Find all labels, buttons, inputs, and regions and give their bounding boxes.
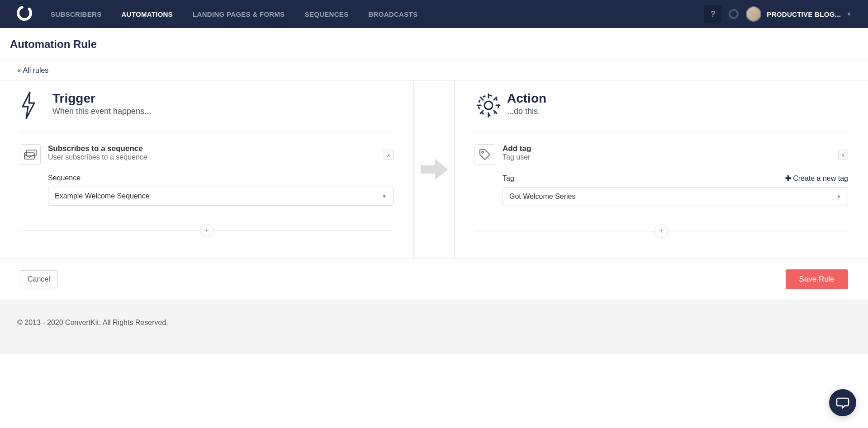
trigger-card-subtitle: User subscribes to a sequence <box>48 153 147 161</box>
plus-icon: ✚ <box>785 174 791 183</box>
nav-subscribers[interactable]: SUBSCRIBERS <box>51 1 101 28</box>
page-footer: © 2013 - 2020 ConvertKit. All Rights Res… <box>0 301 868 354</box>
action-header: Action ...do this. <box>474 91 848 132</box>
sequence-select-value: Example Welcome Sequence <box>55 192 150 200</box>
trigger-subtitle: When this event happens... <box>52 107 151 116</box>
tag-select-value: Got Welcome Series <box>509 193 575 201</box>
breadcrumb-all-rules[interactable]: « All rules <box>17 66 48 74</box>
create-tag-link[interactable]: ✚ Create a new tag <box>785 174 848 183</box>
help-button[interactable]: ? <box>704 5 721 23</box>
action-panel: Action ...do this. Add tag Tag user x <box>455 80 868 258</box>
trigger-card: Subscribes to a sequence User subscribes… <box>20 144 394 206</box>
form-action-bar: Cancel Save Rule <box>0 259 868 301</box>
lightning-icon <box>20 91 42 121</box>
svg-point-0 <box>16 5 33 21</box>
create-tag-label: Create a new tag <box>793 174 848 183</box>
page-title-bar: Automation Rule <box>0 28 868 60</box>
action-card-subtitle: Tag user <box>503 153 531 161</box>
svg-point-3 <box>484 101 493 109</box>
chevron-down-icon: ▼ <box>846 11 852 17</box>
chevron-down-icon: ▼ <box>836 194 841 199</box>
sequence-select[interactable]: Example Welcome Sequence ▼ <box>48 187 394 206</box>
sequence-field-label: Sequence <box>48 174 81 182</box>
tag-select[interactable]: Got Welcome Series ▼ <box>503 187 848 206</box>
arrow-right-icon <box>421 159 448 180</box>
nav-items: SUBSCRIBERS AUTOMATIONS LANDING PAGES & … <box>51 1 417 28</box>
nav-sequences[interactable]: SEQUENCES <box>305 1 349 28</box>
action-title: Action <box>507 91 546 106</box>
status-indicator-icon <box>729 9 739 19</box>
trigger-remove-button[interactable]: x <box>384 150 394 160</box>
nav-broadcasts[interactable]: BROADCASTS <box>368 1 417 28</box>
trigger-add-divider: + <box>20 224 394 237</box>
trigger-title: Trigger <box>52 91 151 106</box>
copyright-text: © 2013 - 2020 ConvertKit. All Rights Res… <box>17 319 168 326</box>
avatar <box>746 6 761 22</box>
user-menu[interactable]: PRODUCTIVE BLOG... ▼ <box>746 6 852 22</box>
action-card: Add tag Tag user x Tag ✚ Create a new ta… <box>474 144 848 206</box>
action-remove-button[interactable]: x <box>838 150 848 160</box>
flow-gutter <box>414 80 455 258</box>
action-subtitle: ...do this. <box>507 107 546 116</box>
breadcrumb-bar: « All rules <box>0 60 868 80</box>
action-card-title: Add tag <box>503 144 531 153</box>
tag-icon <box>474 144 495 165</box>
add-trigger-button[interactable]: + <box>200 224 213 237</box>
top-navigation: SUBSCRIBERS AUTOMATIONS LANDING PAGES & … <box>0 0 868 28</box>
page-title: Automation Rule <box>10 38 858 51</box>
nav-automations[interactable]: AUTOMATIONS <box>121 1 173 28</box>
action-add-divider: + <box>474 224 848 238</box>
logo[interactable] <box>16 5 33 23</box>
save-rule-button[interactable]: Save Rule <box>786 269 848 289</box>
rule-builder: Trigger When this event happens... Subsc… <box>0 80 868 259</box>
trigger-header: Trigger When this event happens... <box>20 91 394 132</box>
envelope-stack-icon <box>20 144 41 165</box>
trigger-card-title: Subscribes to a sequence <box>48 144 147 153</box>
cancel-button[interactable]: Cancel <box>20 270 58 288</box>
add-action-button[interactable]: + <box>655 224 668 238</box>
gear-icon <box>474 91 496 121</box>
tag-field-label: Tag <box>503 174 514 183</box>
chevron-down-icon: ▼ <box>382 193 387 199</box>
user-name-label: PRODUCTIVE BLOG... <box>767 10 841 18</box>
svg-point-5 <box>482 151 484 153</box>
trigger-panel: Trigger When this event happens... Subsc… <box>0 80 414 258</box>
nav-landing-pages[interactable]: LANDING PAGES & FORMS <box>193 1 285 28</box>
